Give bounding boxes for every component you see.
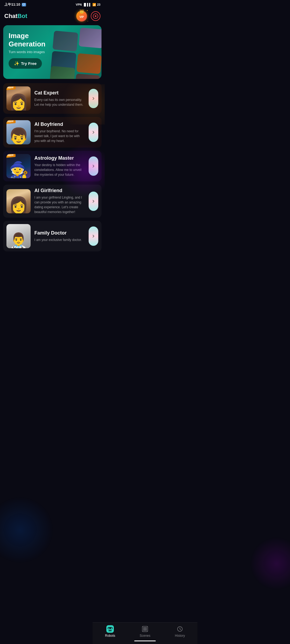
status-left: 上午11:10 🛡 <box>4 2 26 7</box>
logo-bot: Bot <box>17 13 27 19</box>
status-time: 上午11:10 <box>4 2 20 7</box>
try-free-label: Try Free <box>21 61 37 66</box>
bot-name-cat-expert: Cat Expert <box>34 90 85 96</box>
vip-label: VIP <box>79 16 84 19</box>
chevron-button-astrology-master[interactable] <box>89 156 98 176</box>
bot-name-ai-girlfriend: AI Girlfriend <box>34 188 85 193</box>
avatar-astrology-master: New <box>6 154 31 178</box>
bot-desc-family-doctor: I am your exclusive family doctor. <box>34 237 85 242</box>
chevron-button-family-doctor[interactable] <box>89 226 98 246</box>
avatar-cat-expert: New <box>6 86 31 111</box>
bot-name-ai-boyfriend: AI Boyfriend <box>34 122 85 127</box>
wifi-icon: 📶 <box>92 3 96 6</box>
bot-desc-ai-boyfriend: I'm your boyfriend. No need for sweet ta… <box>34 129 85 143</box>
chevron-button-cat-expert[interactable] <box>89 89 98 108</box>
logo-chat: Chat <box>4 13 17 19</box>
bot-info-ai-boyfriend: AI Boyfriend I'm your boyfriend. No need… <box>34 122 85 143</box>
wand-icon: ✨ <box>14 61 19 66</box>
banner-subtitle: Turn words into images <box>9 50 96 54</box>
avatar-ai-girlfriend <box>6 189 31 213</box>
new-badge-astrology: New <box>6 154 16 158</box>
vip-crown: VIP <box>76 11 87 21</box>
banner-image-5 <box>49 66 75 79</box>
status-shield-icon: 🛡 <box>22 3 26 6</box>
chevron-button-ai-boyfriend[interactable] <box>89 123 98 142</box>
chevron-button-ai-girlfriend[interactable] <box>89 192 98 211</box>
banner-image-6 <box>74 74 100 79</box>
target-icon[interactable] <box>91 11 100 21</box>
bot-desc-cat-expert: Every cat has its own personality. Let m… <box>34 97 85 107</box>
target-dot <box>95 15 96 17</box>
bot-desc-ai-girlfriend: I am your girlfriend Lingling, and I can… <box>34 195 85 214</box>
signal-bars: ▐▌▌▌ <box>83 3 91 6</box>
bot-item-ai-boyfriend[interactable]: New AI Boyfriend I'm your boyfriend. No … <box>3 117 102 148</box>
sparkle-icon-2 <box>88 21 88 22</box>
vip-badge[interactable]: VIP <box>76 10 88 22</box>
status-right: VPN ▐▌▌▌ 📶 23 <box>76 3 100 6</box>
bot-list: New Cat Expert Every cat has its own per… <box>0 83 105 251</box>
avatar-ai-boyfriend: New <box>6 120 31 144</box>
app-logo: ChatBot <box>4 13 27 20</box>
chevron-right-icon-5 <box>92 234 95 238</box>
bot-item-astrology-master[interactable]: New Astrology Master Your destiny is hid… <box>3 151 102 181</box>
chevron-right-icon-3 <box>92 164 95 168</box>
bot-info-cat-expert: Cat Expert Every cat has its own persona… <box>34 90 85 107</box>
bot-info-family-doctor: Family Doctor I am your exclusive family… <box>34 230 85 242</box>
chevron-right-icon <box>92 97 95 100</box>
try-free-button[interactable]: ✨ Try Free <box>9 58 42 69</box>
chevron-right-icon-2 <box>92 130 95 134</box>
bot-item-cat-expert[interactable]: New Cat Expert Every cat has its own per… <box>3 83 102 114</box>
bot-desc-astrology-master: Your destiny is hidden within the conste… <box>34 163 85 177</box>
bot-item-family-doctor[interactable]: Family Doctor I am your exclusive family… <box>3 221 102 251</box>
bot-item-ai-girlfriend[interactable]: AI Girlfriend I am your girlfriend Lingl… <box>3 185 102 218</box>
chevron-right-icon-4 <box>92 199 95 203</box>
status-bar: 上午11:10 🛡 VPN ▐▌▌▌ 📶 23 <box>0 0 105 8</box>
banner-title: ImageGeneration <box>9 32 96 48</box>
bot-name-family-doctor: Family Doctor <box>34 230 85 236</box>
bot-info-astrology-master: Astrology Master Your destiny is hidden … <box>34 155 85 177</box>
new-badge-ai-boyfriend: New <box>6 120 16 124</box>
vpn-label: VPN <box>76 3 82 6</box>
header-actions: VIP <box>76 10 100 22</box>
bot-info-ai-girlfriend: AI Girlfriend I am your girlfriend Lingl… <box>34 188 85 214</box>
sparkle-icon-1 <box>87 10 88 11</box>
avatar-family-doctor <box>6 224 31 248</box>
banner-image-4 <box>76 53 102 74</box>
app-header: ChatBot VIP <box>0 8 105 25</box>
new-badge-cat-expert: New <box>6 86 16 90</box>
battery-level: 23 <box>97 3 100 6</box>
image-generation-banner[interactable]: ImageGeneration Turn words into images ✨… <box>3 25 102 79</box>
bot-name-astrology-master: Astrology Master <box>34 155 85 161</box>
